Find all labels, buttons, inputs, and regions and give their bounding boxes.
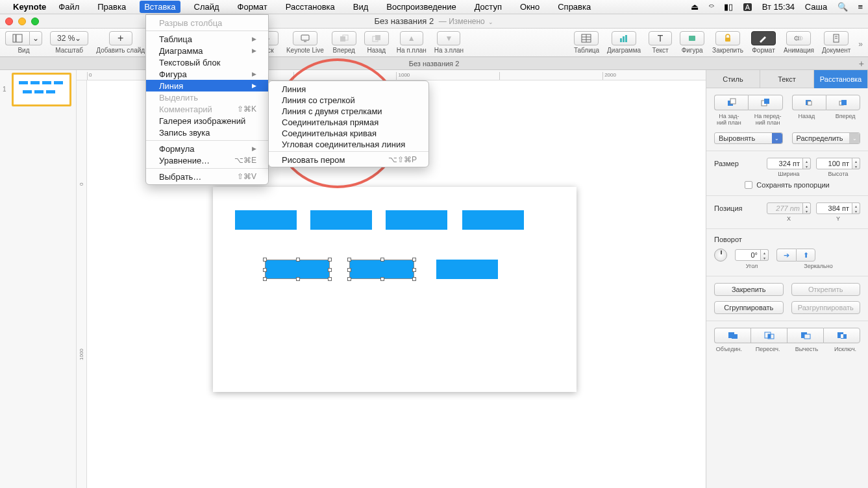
width-field[interactable]: 324 пт▴▾ bbox=[767, 158, 811, 169]
menu-format[interactable]: Формат bbox=[233, 1, 272, 13]
sm-connector-curve[interactable]: Соединительная кривая bbox=[269, 127, 428, 138]
to-back-button[interactable]: ▼ bbox=[437, 31, 460, 45]
lock-button-inspector[interactable]: Закрепить bbox=[714, 283, 784, 296]
inspector-tab-style[interactable]: Стиль bbox=[706, 70, 760, 88]
ungroup-button[interactable]: Разгруппировать bbox=[791, 301, 861, 314]
dd-record-audio[interactable]: Запись звука bbox=[146, 127, 268, 138]
group-button[interactable]: Сгруппировать bbox=[714, 301, 784, 314]
svg-rect-30 bbox=[841, 100, 847, 105]
window-minimize[interactable] bbox=[18, 18, 26, 25]
window-close[interactable] bbox=[5, 18, 13, 25]
angle-field[interactable]: 0°▴▾ bbox=[735, 249, 769, 261]
slide-navigator[interactable]: 1 bbox=[0, 70, 77, 488]
dd-gallery[interactable]: Галерея изображений bbox=[146, 115, 268, 127]
title-dropdown-icon[interactable]: ⌄ bbox=[488, 19, 493, 25]
document-tab[interactable]: Без названия 2 bbox=[409, 60, 460, 67]
view-dropdown[interactable]: ⌄ bbox=[29, 31, 42, 45]
menu-arrange[interactable]: Расстановка bbox=[281, 1, 340, 13]
bool-subtract[interactable] bbox=[787, 328, 823, 343]
backward-button[interactable] bbox=[364, 31, 389, 45]
shape-button[interactable] bbox=[680, 31, 704, 45]
svg-rect-14 bbox=[625, 35, 627, 42]
app-name[interactable]: Keynote bbox=[13, 2, 46, 12]
format-button[interactable] bbox=[751, 31, 776, 45]
menu-window[interactable]: Окно bbox=[515, 1, 544, 13]
clock[interactable]: Вт 15:34 bbox=[762, 2, 795, 12]
chart-button[interactable] bbox=[612, 31, 636, 45]
airplay-icon[interactable]: ⏏ bbox=[691, 2, 699, 12]
shape-rect[interactable] bbox=[310, 210, 372, 230]
menu-share[interactable]: Доступ bbox=[470, 1, 506, 13]
bool-intersect[interactable] bbox=[750, 328, 787, 343]
toolbar-overflow[interactable]: » bbox=[858, 40, 863, 49]
bring-forward-button[interactable] bbox=[826, 95, 860, 110]
zoom-button[interactable]: 32 % ⌄ bbox=[50, 31, 88, 45]
x-field[interactable]: 277 пт▴▾ bbox=[767, 202, 811, 214]
inspector-tab-text[interactable]: Текст bbox=[760, 70, 814, 88]
height-field[interactable]: 100 пт▴▾ bbox=[816, 158, 860, 169]
y-field[interactable]: 384 пт▴▾ bbox=[816, 202, 860, 214]
to-front-button[interactable]: ▲ bbox=[400, 31, 423, 45]
shape-rect[interactable] bbox=[436, 260, 498, 279]
dd-formula[interactable]: Формула▶ bbox=[146, 143, 268, 154]
menu-view[interactable]: Вид bbox=[349, 1, 373, 13]
slide-canvas[interactable] bbox=[213, 187, 577, 392]
dd-table[interactable]: Таблица▶ bbox=[146, 33, 268, 45]
window-maximize[interactable] bbox=[31, 18, 39, 25]
menu-icon[interactable]: ≡ bbox=[858, 2, 863, 12]
sm-connector-elbow[interactable]: Угловая соединительная линия bbox=[269, 138, 428, 149]
user-name[interactable]: Саша bbox=[805, 2, 827, 12]
menu-help[interactable]: Справка bbox=[553, 1, 595, 13]
sm-draw-pen[interactable]: Рисовать пером⌥⇧⌘P bbox=[269, 154, 428, 165]
keep-ratio-checkbox[interactable]: Сохранять пропорции bbox=[714, 181, 860, 189]
bool-exclude[interactable] bbox=[823, 328, 860, 343]
dd-text-block[interactable]: Текстовый блок bbox=[146, 56, 268, 68]
menu-edit[interactable]: Правка bbox=[93, 1, 130, 13]
document-label: Документ bbox=[822, 47, 850, 54]
shape-rect-selected[interactable] bbox=[265, 260, 330, 279]
distribute-select[interactable]: Распределить⌄ bbox=[792, 132, 861, 144]
keynote-live-button[interactable] bbox=[293, 31, 317, 45]
flip-horizontal[interactable]: ➔ bbox=[776, 249, 796, 262]
flip-vertical[interactable]: ⬆ bbox=[796, 249, 815, 262]
inspector-tab-arrange[interactable]: Расстановка bbox=[814, 70, 868, 88]
send-backward-button[interactable] bbox=[792, 95, 826, 110]
lock-button[interactable] bbox=[715, 31, 740, 45]
dd-equation[interactable]: Уравнение…⌥⌘E bbox=[146, 154, 268, 166]
dd-chart[interactable]: Диаграмма▶ bbox=[146, 45, 268, 56]
menu-file[interactable]: Файл bbox=[54, 1, 84, 13]
shape-rect[interactable] bbox=[462, 210, 524, 230]
wifi-icon[interactable]: ⌔ bbox=[709, 2, 714, 12]
add-slide-button[interactable]: + bbox=[109, 31, 132, 45]
view-button[interactable] bbox=[5, 31, 29, 45]
animate-button[interactable] bbox=[786, 31, 811, 45]
sm-arrow-line[interactable]: Линия со стрелкой bbox=[269, 94, 428, 105]
battery-icon[interactable]: ▮▯ bbox=[724, 2, 733, 12]
dd-choose[interactable]: Выбрать…⇧⌘V bbox=[146, 171, 268, 182]
shape-rect[interactable] bbox=[235, 210, 297, 230]
shape-rect[interactable] bbox=[386, 210, 447, 230]
forward-button[interactable] bbox=[332, 31, 356, 45]
rotation-dial[interactable] bbox=[714, 249, 727, 262]
new-tab-button[interactable]: + bbox=[859, 58, 864, 69]
slide-thumb-1[interactable]: 1 bbox=[12, 73, 72, 106]
input-icon[interactable]: А bbox=[743, 3, 752, 11]
spotlight-icon[interactable]: 🔍 bbox=[837, 2, 848, 12]
send-to-back-button[interactable] bbox=[714, 95, 748, 110]
shape-rect-selected[interactable] bbox=[349, 260, 414, 279]
dd-shape[interactable]: Фигура▶ bbox=[146, 68, 268, 80]
menu-slide[interactable]: Слайд bbox=[190, 1, 224, 13]
sm-connector-straight[interactable]: Соединительная прямая bbox=[269, 116, 428, 127]
unlock-button-inspector[interactable]: Открепить bbox=[791, 283, 861, 296]
text-button[interactable]: T bbox=[649, 31, 672, 45]
sm-double-arrow[interactable]: Линия с двумя стрелками bbox=[269, 105, 428, 116]
bool-union[interactable] bbox=[714, 328, 750, 343]
menu-play[interactable]: Воспроизведение bbox=[382, 1, 460, 13]
document-button[interactable] bbox=[824, 31, 849, 45]
table-button[interactable] bbox=[574, 31, 599, 45]
align-select[interactable]: Выровнять⌄ bbox=[714, 132, 783, 144]
menu-insert[interactable]: Вставка bbox=[140, 1, 180, 13]
dd-line[interactable]: Линия▶ bbox=[146, 80, 268, 92]
sm-line[interactable]: Линия bbox=[269, 83, 428, 94]
bring-to-front-button[interactable] bbox=[748, 95, 782, 110]
